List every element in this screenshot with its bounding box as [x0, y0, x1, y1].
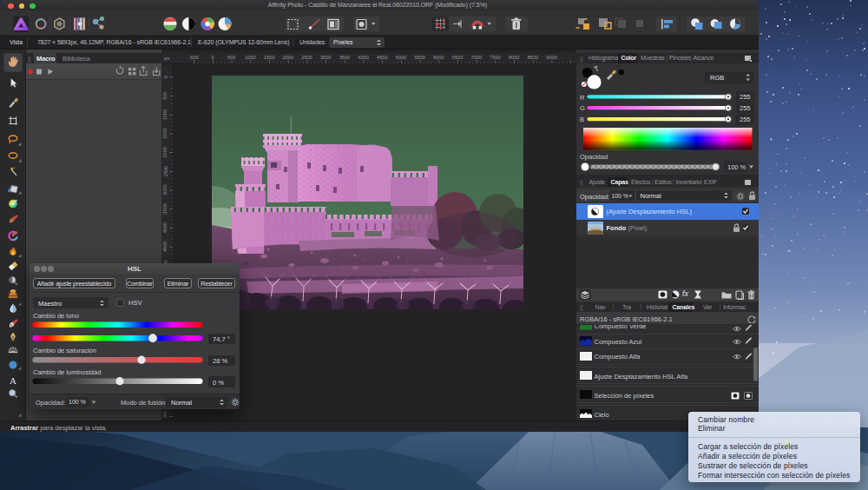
svg-text:G: G	[580, 104, 585, 112]
svg-text:255: 255	[740, 93, 751, 101]
svg-text:6500: 6500	[452, 55, 463, 60]
svg-text:2500: 2500	[301, 55, 312, 60]
svg-text:255: 255	[740, 116, 751, 123]
svg-text:3000: 3000	[163, 184, 168, 195]
svg-text:9000: 9000	[546, 55, 556, 60]
svg-text:A: A	[10, 375, 16, 386]
svg-text:1500: 1500	[163, 128, 168, 138]
svg-text:1000: 1000	[245, 55, 255, 60]
svg-text:3500: 3500	[339, 55, 350, 60]
svg-text:7000: 7000	[471, 55, 482, 60]
svg-text:2500: 2500	[163, 165, 168, 175]
svg-text:RGB: RGB	[710, 74, 724, 82]
svg-text:1500: 1500	[264, 55, 274, 60]
svg-text:500: 500	[227, 55, 235, 60]
svg-text:8500: 8500	[528, 55, 538, 60]
svg-text:1000: 1000	[163, 109, 168, 119]
svg-text:4500: 4500	[377, 55, 387, 60]
svg-text:9000: 9000	[163, 410, 168, 417]
svg-text:7500: 7500	[490, 55, 500, 60]
svg-text:8000: 8000	[509, 55, 519, 60]
svg-text:px: px	[164, 56, 169, 61]
svg-text:6000: 6000	[433, 55, 444, 60]
svg-text:5500: 5500	[414, 55, 424, 60]
svg-text:3000: 3000	[320, 55, 331, 60]
svg-text:2000: 2000	[283, 55, 293, 60]
svg-text:255: 255	[740, 104, 751, 112]
svg-text:4500: 4500	[163, 241, 168, 251]
svg-text:0: 0	[211, 55, 214, 60]
svg-text:100 %: 100 %	[727, 163, 746, 171]
svg-text:5000: 5000	[396, 55, 406, 60]
svg-text:2000: 2000	[163, 147, 168, 157]
svg-text:0: 0	[163, 75, 168, 77]
svg-text:500: 500	[163, 91, 168, 99]
svg-text:4000: 4000	[163, 222, 168, 232]
svg-text:B: B	[580, 116, 584, 123]
svg-text:3500: 3500	[163, 203, 168, 214]
svg-text:4000: 4000	[358, 55, 368, 60]
svg-text:R: R	[580, 94, 585, 102]
svg-text:-500: -500	[189, 55, 199, 60]
